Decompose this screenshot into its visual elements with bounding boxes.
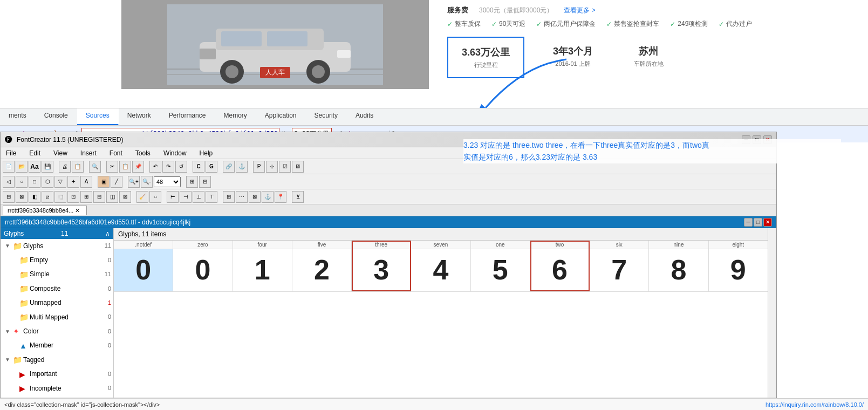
tree-item-empty[interactable]: 📁 Empty 0: [1, 253, 113, 267]
tab-network[interactable]: Network: [119, 108, 160, 125]
fc-menu-insert[interactable]: Insert: [77, 148, 100, 158]
fc-menu-help[interactable]: Help: [196, 148, 216, 158]
glyph-cell-two[interactable]: two 6: [530, 241, 590, 291]
tool2-4[interactable]: ⬡: [42, 176, 53, 188]
tool3-t3[interactable]: ⊥: [193, 191, 204, 203]
tool2-fit[interactable]: ⊞: [186, 176, 198, 188]
glyph-cell-five[interactable]: five 2: [292, 241, 352, 291]
glyph-cell-three[interactable]: three 3: [352, 241, 411, 291]
tree-item-important[interactable]: ▶ Important 0: [1, 367, 113, 381]
tool3-1[interactable]: ⊟: [3, 191, 15, 203]
tool-link2[interactable]: ⚓: [236, 161, 248, 173]
tree-item-member[interactable]: ▲ Member 0: [1, 339, 113, 353]
tool3-anchor[interactable]: ⚓: [262, 191, 274, 203]
tool-print2[interactable]: 📋: [72, 161, 84, 173]
tool2-a[interactable]: A: [80, 176, 92, 188]
tool-replay[interactable]: ↺: [175, 161, 187, 173]
tool-cut[interactable]: ✂: [106, 161, 118, 173]
tool-link[interactable]: 🔗: [223, 161, 235, 173]
tree-item-tagged[interactable]: ▼ 📁 Tagged: [1, 353, 113, 367]
tab-security[interactable]: Security: [306, 108, 347, 125]
tab-sources[interactable]: Sources: [77, 108, 119, 125]
tool-print[interactable]: 🖨: [59, 161, 71, 173]
tool-paste[interactable]: 📌: [132, 161, 144, 173]
tool-bezier[interactable]: ⊹: [266, 161, 278, 173]
tool-redo[interactable]: ↷: [162, 161, 174, 173]
tree-item-color[interactable]: ▼ ✦ Color 0: [1, 324, 113, 338]
tree-item-incomplete[interactable]: ▶ Incomplete 0: [1, 381, 113, 395]
tool3-t2[interactable]: ⊣: [180, 191, 192, 203]
tool3-eraser[interactable]: 🧹: [136, 191, 148, 203]
tool3-t1[interactable]: ⊢: [167, 191, 179, 203]
tool3-10[interactable]: ⊠: [119, 191, 131, 203]
fc-menu-font[interactable]: Font: [106, 148, 126, 158]
tool-g[interactable]: G: [206, 161, 217, 173]
tool2-more[interactable]: ⊟: [199, 176, 211, 188]
tree-item-simple[interactable]: 📁 Simple 11: [1, 268, 113, 282]
tool3-more2[interactable]: ⋯: [236, 191, 248, 203]
tool2-1[interactable]: ◁: [3, 176, 15, 188]
glyph-cell-notdef[interactable]: .notdef 0: [114, 241, 173, 291]
tool2-zoom-in[interactable]: 🔍+: [128, 176, 140, 188]
tool-c[interactable]: C: [193, 161, 204, 173]
fc-scrollbar[interactable]: [768, 228, 776, 410]
tool2-2[interactable]: ○: [16, 176, 28, 188]
fc-tree-collapse[interactable]: ∧: [105, 230, 110, 237]
fc-inner-close[interactable]: ✕: [763, 218, 772, 227]
tool-aa[interactable]: Aa: [29, 161, 40, 173]
fc-menu-tools[interactable]: Tools: [132, 148, 154, 158]
fc-menu-file[interactable]: File: [3, 148, 19, 158]
tool-find[interactable]: 🔍: [89, 161, 101, 173]
fc-menu-view[interactable]: View: [50, 148, 71, 158]
tool-screen[interactable]: 🖥: [292, 161, 304, 173]
tool2-line[interactable]: ╱: [111, 176, 122, 188]
fc-file-tab[interactable]: rrcttf396b3348c9bb8e4... ✕: [3, 206, 87, 215]
glyph-cell-nine[interactable]: nine 8: [649, 241, 708, 291]
fc-inner-minimize[interactable]: ─: [744, 218, 753, 227]
tool3-last[interactable]: ⊻: [292, 191, 304, 203]
tab-console[interactable]: Console: [36, 108, 77, 125]
tool2-3[interactable]: □: [29, 176, 40, 188]
tool3-3[interactable]: ◧: [29, 191, 40, 203]
tool-checkmark[interactable]: ☑: [279, 161, 291, 173]
glyph-cell-seven[interactable]: seven 4: [411, 241, 470, 291]
glyph-cell-eight[interactable]: eight 9: [709, 241, 768, 291]
tree-item-composite[interactable]: 📁 Composite 0: [1, 282, 113, 296]
tree-item-glyphs[interactable]: ▼ 📁 Glyphs 11: [1, 239, 113, 253]
tool3-pin[interactable]: 📍: [275, 191, 286, 203]
tool2-cursor[interactable]: ✦: [67, 176, 79, 188]
tool3-more1[interactable]: ⊞: [223, 191, 235, 203]
tool2-zoom-out[interactable]: 🔍-: [141, 176, 153, 188]
tool3-curve[interactable]: ↔: [149, 191, 161, 203]
tab-application[interactable]: Application: [256, 108, 306, 125]
tab-elements[interactable]: ments: [0, 108, 36, 125]
fc-menu-window[interactable]: Window: [160, 148, 190, 158]
tool-save[interactable]: 💾: [42, 161, 53, 173]
tool-open[interactable]: 📂: [16, 161, 28, 173]
tree-item-multimapped[interactable]: 📁 Multi Mapped 0: [1, 310, 113, 324]
tool3-5[interactable]: ⬚: [54, 191, 66, 203]
tool3-7[interactable]: ⊞: [80, 191, 92, 203]
see-more-link[interactable]: 查看更多 >: [564, 6, 595, 15]
tool-undo[interactable]: ↶: [149, 161, 161, 173]
tool3-t4[interactable]: ⊤: [206, 191, 217, 203]
tool-new[interactable]: 📄: [3, 161, 15, 173]
glyph-cell-four[interactable]: four 1: [233, 241, 292, 291]
tab-performance[interactable]: Performance: [160, 108, 215, 125]
glyph-cell-six[interactable]: six 7: [590, 241, 649, 291]
tool3-8[interactable]: ⊟: [93, 191, 105, 203]
tool-copy[interactable]: 📋: [119, 161, 131, 173]
tool3-2[interactable]: ⊠: [16, 191, 28, 203]
tab-audits[interactable]: Audits: [347, 108, 382, 125]
tab-memory[interactable]: Memory: [215, 108, 256, 125]
tool2-fill[interactable]: ▣: [98, 176, 110, 188]
tool3-4[interactable]: ⧄: [42, 191, 53, 203]
tool-p[interactable]: P: [253, 161, 265, 173]
tool2-5[interactable]: ▽: [54, 176, 66, 188]
glyph-cell-one[interactable]: one 5: [471, 241, 530, 291]
glyph-cell-zero[interactable]: zero 0: [173, 241, 233, 291]
fc-inner-restore[interactable]: □: [754, 218, 762, 227]
tree-item-unmapped[interactable]: 📁 Unmapped 1: [1, 296, 113, 310]
tool3-9[interactable]: ◫: [106, 191, 118, 203]
zoom-select[interactable]: 48 24 96: [154, 176, 181, 187]
